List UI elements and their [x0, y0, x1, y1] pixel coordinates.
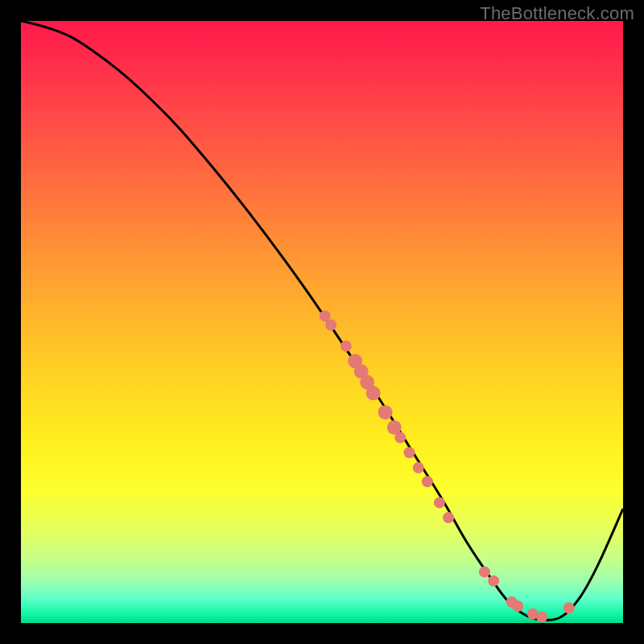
- marker-dot: [479, 566, 490, 577]
- marker-dot: [320, 311, 331, 322]
- chart-svg: [21, 21, 623, 623]
- marker-dot: [366, 386, 381, 400]
- marker-dot: [360, 375, 374, 390]
- marker-dot: [564, 602, 575, 613]
- bottleneck-curve: [21, 21, 623, 620]
- marker-dot: [488, 576, 499, 587]
- highlight-markers: [320, 311, 575, 623]
- marker-dot: [413, 462, 424, 473]
- marker-dot: [536, 612, 547, 623]
- chart-stage: TheBottleneck.com: [0, 0, 644, 644]
- marker-dot: [434, 497, 445, 508]
- marker-dot: [341, 341, 352, 352]
- marker-dot: [325, 320, 336, 331]
- marker-dot: [348, 354, 362, 369]
- marker-dot: [506, 597, 518, 608]
- chart-plot-area: [21, 21, 623, 623]
- marker-dot: [387, 420, 402, 435]
- marker-dot: [527, 609, 539, 620]
- marker-dot: [422, 476, 433, 487]
- marker-dot: [403, 447, 415, 458]
- marker-dot: [512, 601, 523, 612]
- marker-dot: [394, 432, 406, 444]
- marker-dot: [443, 512, 454, 523]
- marker-dot: [354, 364, 369, 378]
- marker-dot: [378, 405, 393, 419]
